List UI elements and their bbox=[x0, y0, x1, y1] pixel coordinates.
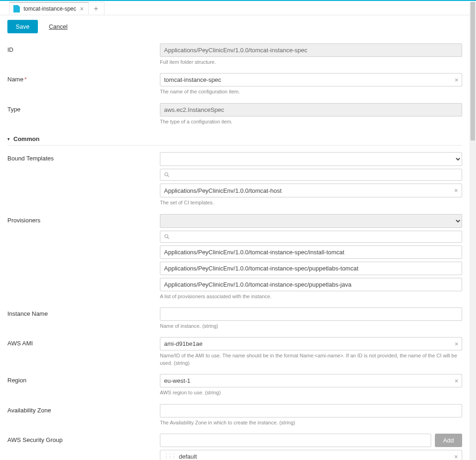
svg-line-3 bbox=[168, 237, 169, 239]
label-region: Region bbox=[7, 374, 160, 384]
cancel-link[interactable]: Cancel bbox=[49, 23, 67, 30]
label-bound-templates: Bound Templates bbox=[7, 152, 160, 162]
aws-security-group-input[interactable] bbox=[160, 434, 431, 447]
plus-icon: + bbox=[94, 5, 98, 13]
instance-name-input[interactable] bbox=[160, 307, 462, 321]
toolbar: Save Cancel bbox=[0, 15, 470, 40]
label-name: Name* bbox=[7, 73, 160, 83]
remove-icon[interactable]: × bbox=[454, 453, 458, 460]
provisioner-item[interactable]: Applications/PeyClinicEnv/1.0.0/tomcat-i… bbox=[160, 245, 462, 259]
tab-title: tomcat-instance-spec bbox=[24, 6, 76, 12]
provisioner-value: Applications/PeyClinicEnv/1.0.0/tomcat-i… bbox=[164, 249, 344, 256]
search-icon bbox=[164, 172, 170, 178]
form: ID Applications/PeyClinicEnv/1.0.0/tomca… bbox=[0, 40, 470, 460]
save-button[interactable]: Save bbox=[7, 20, 38, 33]
security-group-value: default bbox=[179, 453, 197, 460]
aws-ami-input[interactable] bbox=[160, 337, 462, 350]
provisioner-value: Applications/PeyClinicEnv/1.0.0/tomcat-i… bbox=[164, 265, 359, 272]
svg-line-1 bbox=[168, 176, 169, 177]
id-field: Applications/PeyClinicEnv/1.0.0/tomcat-i… bbox=[160, 43, 462, 57]
clear-icon[interactable]: × bbox=[455, 377, 458, 385]
remove-icon[interactable]: × bbox=[454, 187, 458, 194]
label-type: Type bbox=[7, 103, 160, 113]
svg-point-0 bbox=[165, 173, 168, 176]
label-id: ID bbox=[7, 43, 160, 53]
add-button[interactable]: Add bbox=[435, 434, 462, 447]
chevron-down-icon: ▾ bbox=[7, 136, 10, 141]
section-common[interactable]: ▾ Common bbox=[7, 129, 462, 146]
close-icon[interactable]: × bbox=[80, 5, 84, 12]
provisioners-select[interactable] bbox=[160, 214, 462, 228]
svg-point-2 bbox=[165, 234, 168, 238]
scrollbar-thumb[interactable] bbox=[470, 2, 475, 141]
type-field: aws.ec2.InstanceSpec bbox=[160, 103, 462, 117]
tab-add[interactable]: + bbox=[89, 2, 104, 15]
scrollbar[interactable] bbox=[470, 2, 476, 460]
hint-availability-zone: The Availability Zone in which to create… bbox=[160, 419, 462, 426]
tab-bar: tomcat-instance-spec × + bbox=[0, 2, 470, 15]
clear-icon[interactable]: × bbox=[455, 340, 458, 348]
provisioner-value: Applications/PeyClinicEnv/1.0.0/tomcat-i… bbox=[164, 281, 351, 288]
hint-region: AWS region to use. (string) bbox=[160, 389, 462, 396]
file-icon bbox=[13, 5, 20, 12]
hint-id: Full item folder structure. bbox=[160, 59, 462, 66]
label-provisioners: Provisioners bbox=[7, 214, 160, 224]
label-aws-security-group: AWS Security Group bbox=[7, 434, 160, 443]
provisioner-item[interactable]: Applications/PeyClinicEnv/1.0.0/tomcat-i… bbox=[160, 262, 462, 275]
search-icon bbox=[164, 234, 170, 239]
hint-name: The name of the configuration item. bbox=[160, 88, 462, 95]
hint-aws-ami: Name/ID of the AMI to use. The name shou… bbox=[160, 352, 462, 367]
bound-templates-select[interactable] bbox=[160, 152, 462, 166]
clear-icon[interactable]: × bbox=[455, 76, 458, 84]
provisioner-item[interactable]: Applications/PeyClinicEnv/1.0.0/tomcat-i… bbox=[160, 278, 462, 291]
bound-templates-search[interactable] bbox=[160, 169, 462, 181]
label-instance-name: Instance Name bbox=[7, 307, 160, 317]
section-title: Common bbox=[13, 135, 39, 142]
provisioners-search[interactable] bbox=[160, 231, 462, 243]
bound-template-value: Applications/PeyClinicEnv/1.0.0/tomcat-h… bbox=[164, 187, 281, 194]
hint-type: The type of a configuration item. bbox=[160, 118, 462, 125]
hint-bound-templates: The set of CI templates. bbox=[160, 199, 462, 206]
security-group-item[interactable]: ⋮⋮⋮⋮⋮⋮ default × bbox=[160, 450, 462, 460]
drag-handle-icon[interactable]: ⋮⋮⋮⋮⋮⋮ bbox=[164, 453, 175, 460]
label-aws-ami: AWS AMI bbox=[7, 337, 160, 347]
tab-tomcat-instance-spec[interactable]: tomcat-instance-spec × bbox=[9, 2, 89, 15]
hint-provisioners: A list of provisioners associated with t… bbox=[160, 293, 462, 300]
availability-zone-input[interactable] bbox=[160, 404, 462, 417]
region-input[interactable] bbox=[160, 374, 462, 387]
hint-instance-name: Name of instance. (string) bbox=[160, 323, 462, 330]
name-input[interactable] bbox=[160, 73, 462, 86]
bound-template-item[interactable]: Applications/PeyClinicEnv/1.0.0/tomcat-h… bbox=[160, 184, 462, 197]
label-availability-zone: Availability Zone bbox=[7, 404, 160, 414]
